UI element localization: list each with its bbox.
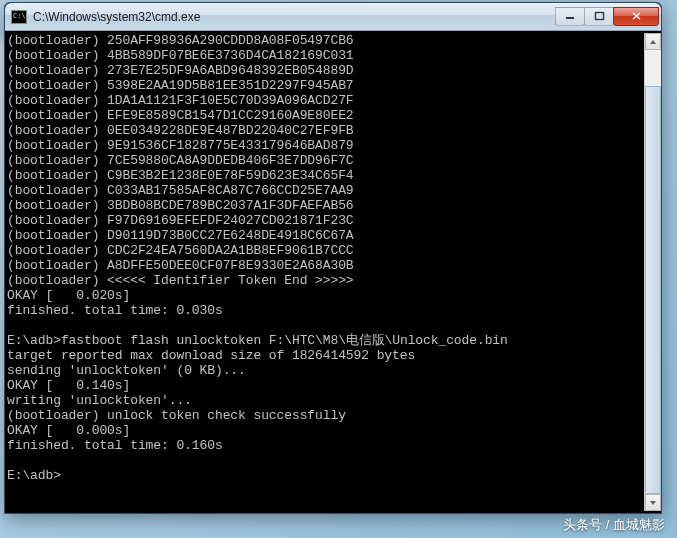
chevron-up-icon [649, 38, 657, 46]
terminal[interactable]: (bootloader) 250AFF98936A290CDDD8A08F054… [5, 31, 661, 513]
terminal-content: (bootloader) 250AFF98936A290CDDD8A08F054… [7, 33, 644, 511]
scroll-up-button[interactable] [645, 33, 661, 50]
svg-rect-0 [566, 17, 574, 19]
vertical-scrollbar [644, 33, 661, 511]
close-icon [631, 11, 642, 21]
window-title: C:\Windows\system32\cmd.exe [33, 10, 556, 24]
maximize-icon [594, 11, 605, 21]
chevron-down-icon [649, 499, 657, 507]
watermark-text: 头条号 / 血城魅影 [563, 516, 665, 534]
cmd-icon [11, 10, 27, 24]
scroll-down-button[interactable] [645, 494, 661, 511]
close-button[interactable] [613, 7, 659, 26]
window-buttons [556, 8, 659, 26]
minimize-button[interactable] [555, 7, 585, 26]
cmd-window: C:\Windows\system32\cmd.exe (bootloader)… [4, 2, 662, 514]
maximize-button[interactable] [584, 7, 614, 26]
minimize-icon [565, 11, 576, 21]
svg-rect-1 [595, 13, 603, 20]
titlebar[interactable]: C:\Windows\system32\cmd.exe [5, 3, 661, 31]
scroll-track[interactable] [645, 50, 661, 494]
scroll-thumb[interactable] [645, 86, 661, 494]
